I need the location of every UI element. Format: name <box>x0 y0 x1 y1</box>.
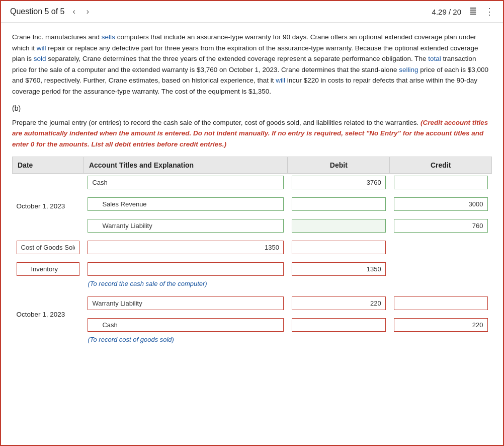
credit-cell <box>288 260 390 278</box>
credit-input-cash[interactable] <box>394 176 488 189</box>
part-label: (b) <box>12 104 492 112</box>
note-date-spacer <box>13 278 84 289</box>
debit-cell <box>288 316 390 334</box>
account-input-cash-2[interactable] <box>88 318 284 332</box>
credit-cell <box>390 316 492 334</box>
credit-cell <box>390 217 492 235</box>
account-cell <box>83 217 288 235</box>
more-options-icon[interactable]: ⋮ <box>485 6 494 17</box>
debit-input-cogs[interactable] <box>88 241 284 254</box>
credit-input-cogs[interactable] <box>292 241 386 254</box>
debit-input-warranty-liability-1[interactable] <box>292 219 386 233</box>
table-row <box>13 195 492 213</box>
note-row-2: (To record cost of goods sold) <box>13 334 492 345</box>
question-title: Question 5 of 5 <box>10 7 65 16</box>
debit-input-inventory[interactable] <box>88 262 284 276</box>
note-text-1: (To record the cash sale of the computer… <box>83 278 491 289</box>
account-input-inventory[interactable] <box>17 262 80 276</box>
header-right: 4.29 / 20 ≣ ⋮ <box>432 6 494 17</box>
account-input-warranty-liability-1[interactable] <box>88 219 284 233</box>
credit-input-sales-revenue[interactable] <box>394 197 488 211</box>
credit-cell <box>390 294 492 312</box>
note-text-2: (To record cost of goods sold) <box>83 334 491 345</box>
col-header-credit: Credit <box>390 157 492 174</box>
debit-cell <box>288 294 390 312</box>
account-cell <box>83 294 288 312</box>
entry-separator <box>13 289 492 294</box>
score-display: 4.29 / 20 <box>432 8 461 16</box>
note-date-spacer-2 <box>13 334 84 345</box>
table-row <box>13 239 492 256</box>
header-left: Question 5 of 5 ‹ › <box>10 6 92 17</box>
credit-input-inventory[interactable] <box>292 262 386 276</box>
prev-button[interactable]: ‹ <box>70 6 78 17</box>
account-input-sales-revenue[interactable] <box>88 197 284 211</box>
credit-cell <box>288 239 390 256</box>
row-spacer <box>13 213 492 217</box>
debit-cell <box>288 217 390 235</box>
table-row: October 1, 2023 <box>13 294 492 312</box>
problem-paragraph: Crane Inc. manufactures and sells comput… <box>12 32 492 97</box>
entry-1-date: October 1, 2023 <box>13 174 84 239</box>
col-header-debit: Debit <box>288 157 390 174</box>
row-spacer <box>13 235 492 239</box>
col-header-date: Date <box>13 157 84 174</box>
row-spacer <box>13 256 492 260</box>
debit-cell <box>83 260 288 278</box>
account-input-warranty-liability-2[interactable] <box>88 296 284 310</box>
list-icon[interactable]: ≣ <box>469 6 477 17</box>
next-button[interactable]: › <box>83 6 92 17</box>
account-cell <box>83 316 288 334</box>
credit-cell <box>390 195 492 213</box>
entry-2-date: October 1, 2023 <box>13 294 84 334</box>
debit-input-cash[interactable] <box>292 176 386 189</box>
account-input-cash[interactable] <box>88 176 284 189</box>
account-cell <box>13 260 84 278</box>
debit-input-warranty-liability-2[interactable] <box>292 296 386 310</box>
credit-cell <box>390 174 492 192</box>
table-row <box>13 217 492 235</box>
table-row <box>13 260 492 278</box>
credit-input-warranty-liability-2[interactable] <box>394 296 488 310</box>
debit-input-sales-revenue[interactable] <box>292 197 386 211</box>
account-cell <box>83 174 288 192</box>
instruction-text: Prepare the journal entry (or entries) t… <box>12 117 492 150</box>
account-cell <box>13 239 84 256</box>
credit-input-cash-2[interactable] <box>394 318 488 332</box>
debit-cell <box>83 239 288 256</box>
col-header-account: Account Titles and Explanation <box>83 157 288 174</box>
account-input-cogs[interactable] <box>17 241 80 254</box>
main-content: Crane Inc. manufactures and sells comput… <box>1 23 503 355</box>
page-header: Question 5 of 5 ‹ › 4.29 / 20 ≣ ⋮ <box>1 1 503 23</box>
row-spacer <box>13 312 492 316</box>
row-spacer <box>13 191 492 195</box>
table-row: October 1, 2023 <box>13 174 492 192</box>
debit-cell <box>288 195 390 213</box>
account-cell <box>83 195 288 213</box>
table-row <box>13 316 492 334</box>
debit-cell <box>288 174 390 192</box>
journal-table: Date Account Titles and Explanation Debi… <box>12 157 492 345</box>
debit-input-cash-2[interactable] <box>292 318 386 332</box>
credit-input-warranty-liability-1[interactable] <box>394 219 488 233</box>
note-row-1: (To record the cash sale of the computer… <box>13 278 492 289</box>
